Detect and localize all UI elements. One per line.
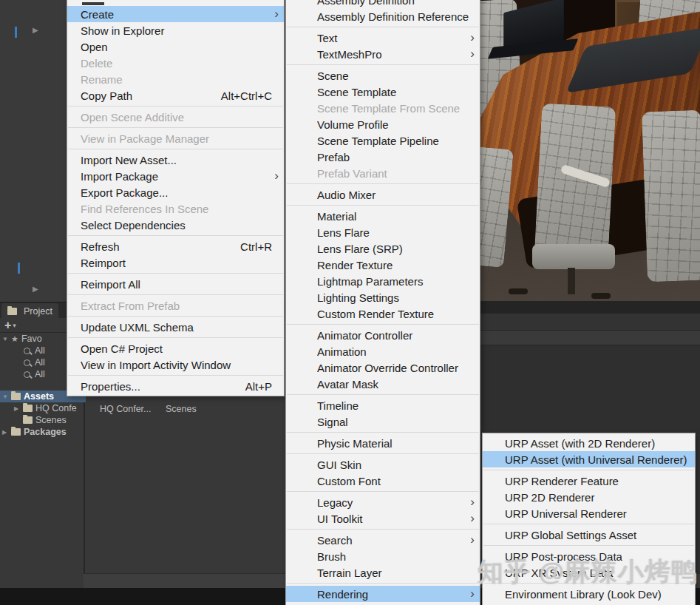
sidebar-item-scenes[interactable]: Scenes xyxy=(0,414,98,426)
menu-separator xyxy=(287,205,479,206)
menu-item-label: Brush xyxy=(317,550,480,563)
menu-item-label: Reimport All xyxy=(81,278,284,291)
menu-item-render-texture[interactable]: Render Texture xyxy=(286,257,480,273)
folder-item-scenes[interactable]: Scenes xyxy=(166,404,197,414)
menu-item-update-uxml-schema[interactable]: Update UXML Schema xyxy=(67,319,284,335)
menu-item-volume-profile[interactable]: Volume Profile xyxy=(286,116,480,132)
menu-item-lens-flare-srp[interactable]: Lens Flare (SRP) xyxy=(286,240,480,257)
menu-item-animation[interactable]: Animation xyxy=(286,343,480,359)
menu-item-text[interactable]: Text› xyxy=(286,30,480,46)
submenu-arrow-icon: › xyxy=(274,7,279,21)
menu-item-view-in-import-activity-window[interactable]: View in Import Activity Window xyxy=(67,356,284,373)
menu-item-scene-template-pipeline[interactable]: Scene Template Pipeline xyxy=(286,132,480,149)
menu-item-label: Avatar Mask xyxy=(317,378,480,391)
menu-separator xyxy=(68,273,283,274)
menu-item-legacy[interactable]: Legacy› xyxy=(286,494,480,510)
menu-item-prefab[interactable]: Prefab xyxy=(286,149,480,165)
menu-item-search[interactable]: Search› xyxy=(286,532,480,548)
foldout-arrow-icon[interactable]: ▼ xyxy=(2,393,11,400)
sidebar-item-label: Assets xyxy=(24,391,54,402)
menu-separator xyxy=(287,529,479,530)
menu-item-label: Scene Template From Scene xyxy=(317,102,480,115)
menu-item-urp-asset-with-universal-renderer[interactable]: URP Asset (with Universal Renderer) xyxy=(483,451,695,467)
menu-separator xyxy=(287,432,479,433)
chevron-down-icon[interactable]: ▾ xyxy=(13,322,16,329)
menu-item-show-in-explorer[interactable]: Show in Explorer xyxy=(67,22,284,38)
menu-item-signal[interactable]: Signal xyxy=(286,413,480,430)
menu-item-physic-material[interactable]: Physic Material xyxy=(286,435,480,451)
menu-item-custom-render-texture[interactable]: Custom Render Texture xyxy=(286,305,480,322)
menu-item-copy-path[interactable]: Copy PathAlt+Ctrl+C xyxy=(67,87,284,104)
menu-item-avatar-mask[interactable]: Avatar Mask xyxy=(286,376,480,392)
menu-item-label: Open Scene Additive xyxy=(81,111,284,124)
menu-item-import-new-asset[interactable]: Import New Asset... xyxy=(67,152,284,168)
foldout-arrow-icon[interactable]: ▶ xyxy=(2,429,11,436)
menu-item-label: Lens Flare (SRP) xyxy=(317,243,480,255)
foldout-arrow-icon[interactable]: ▶ xyxy=(14,405,23,412)
foldout-arrow-icon[interactable]: ▶ xyxy=(33,285,38,293)
folder-item-hq-conference[interactable]: HQ Confer... xyxy=(100,404,151,414)
menu-item-gui-skin[interactable]: GUI Skin xyxy=(286,456,480,473)
menu-item-terrain-layer[interactable]: Terrain Layer xyxy=(286,564,480,581)
menu-item-create[interactable]: Create› xyxy=(67,6,284,22)
watermark: 知乎 @麻辣小烤鸭 xyxy=(478,555,699,589)
menu-item-lens-flare[interactable]: Lens Flare xyxy=(286,224,480,240)
menu-item-urp-asset-with-2d-renderer[interactable]: URP Asset (with 2D Renderer) xyxy=(483,435,695,451)
panel-body xyxy=(480,345,700,434)
menu-item-select-dependencies[interactable]: Select Dependencies xyxy=(67,217,284,233)
menu-separator xyxy=(287,583,479,584)
menu-item-label: URP Asset (with Universal Renderer) xyxy=(505,453,695,466)
menu-item-label: Material xyxy=(317,210,480,223)
menu-item-label: Reimport xyxy=(81,257,284,269)
menu-item-timeline[interactable]: Timeline xyxy=(286,397,480,413)
menu-item-animator-override-controller[interactable]: Animator Override Controller xyxy=(286,359,480,376)
menu-item-scene-template[interactable]: Scene Template xyxy=(286,84,480,100)
menu-item-material[interactable]: Material xyxy=(286,208,480,224)
menu-item-urp-global-settings-asset[interactable]: URP Global Settings Asset xyxy=(483,527,695,543)
menu-item-label: Animation xyxy=(317,345,480,358)
menu-separator xyxy=(68,235,283,236)
menu-item-ui-toolkit[interactable]: UI Toolkit› xyxy=(286,510,480,527)
menu-item-animator-controller[interactable]: Animator Controller xyxy=(286,327,480,343)
menu-shortcut: Alt+P xyxy=(245,380,272,393)
menu-item-urp-2d-renderer[interactable]: URP 2D Renderer xyxy=(483,489,695,505)
menu-item-rendering[interactable]: Rendering› xyxy=(286,586,480,602)
menu-item-properties[interactable]: Properties...Alt+P xyxy=(67,378,284,394)
menu-item-open[interactable]: Open xyxy=(67,38,284,55)
menu-item-lightmap-parameters[interactable]: Lightmap Parameters xyxy=(286,273,480,289)
scene-view[interactable] xyxy=(480,0,700,301)
menu-item-reimport[interactable]: Reimport xyxy=(67,254,284,271)
star-icon: ★ xyxy=(11,334,18,344)
add-asset-button[interactable]: + xyxy=(4,320,11,331)
menu-item-custom-font[interactable]: Custom Font xyxy=(286,473,480,489)
menu-separator xyxy=(68,127,283,128)
foldout-arrow-icon[interactable]: ▼ xyxy=(2,336,11,342)
menu-item-lighting-settings[interactable]: Lighting Settings xyxy=(286,289,480,305)
create-submenu: Assembly DefinitionAssembly Definition R… xyxy=(285,0,480,605)
menu-item-export-package[interactable]: Export Package... xyxy=(67,184,284,200)
menu-item-label: Scene Template Pipeline xyxy=(317,135,480,147)
submenu-arrow-icon: › xyxy=(470,533,475,547)
menu-item-assembly-definition[interactable]: Assembly Definition xyxy=(286,0,480,8)
menu-item-audio-mixer[interactable]: Audio Mixer xyxy=(286,186,480,203)
menu-item-scene[interactable]: Scene xyxy=(286,67,480,84)
menu-item-reimport-all[interactable]: Reimport All xyxy=(67,276,284,292)
menu-item-import-package[interactable]: Import Package› xyxy=(67,168,284,184)
folder-icon xyxy=(11,428,21,436)
menu-item-urp-universal-renderer[interactable]: URP Universal Renderer xyxy=(483,505,695,521)
menu-item-brush[interactable]: Brush xyxy=(286,548,480,564)
selection-marker xyxy=(15,27,17,38)
foldout-arrow-icon[interactable]: ▶ xyxy=(33,27,38,34)
menu-item-label: Scene xyxy=(317,70,480,82)
menu-item-open-c-project[interactable]: Open C# Project xyxy=(67,340,284,356)
sidebar-item-packages[interactable]: ▶Packages xyxy=(0,426,86,438)
menu-shortcut: Ctrl+R xyxy=(240,240,272,253)
menu-item-label: Assembly Definition Reference xyxy=(317,10,480,23)
sidebar-item-hq-confe[interactable]: ▶HQ Confe xyxy=(0,402,98,414)
menu-item-refresh[interactable]: RefreshCtrl+R xyxy=(67,238,284,254)
menu-item-assembly-definition-reference[interactable]: Assembly Definition Reference xyxy=(286,8,480,24)
menu-item-urp-renderer-feature[interactable]: URP Renderer Feature xyxy=(483,473,695,489)
menu-item-label: Extract From Prefab xyxy=(81,300,284,312)
menu-item-textmeshpro[interactable]: TextMeshPro› xyxy=(286,46,480,62)
tab-project[interactable]: Project xyxy=(1,303,58,319)
